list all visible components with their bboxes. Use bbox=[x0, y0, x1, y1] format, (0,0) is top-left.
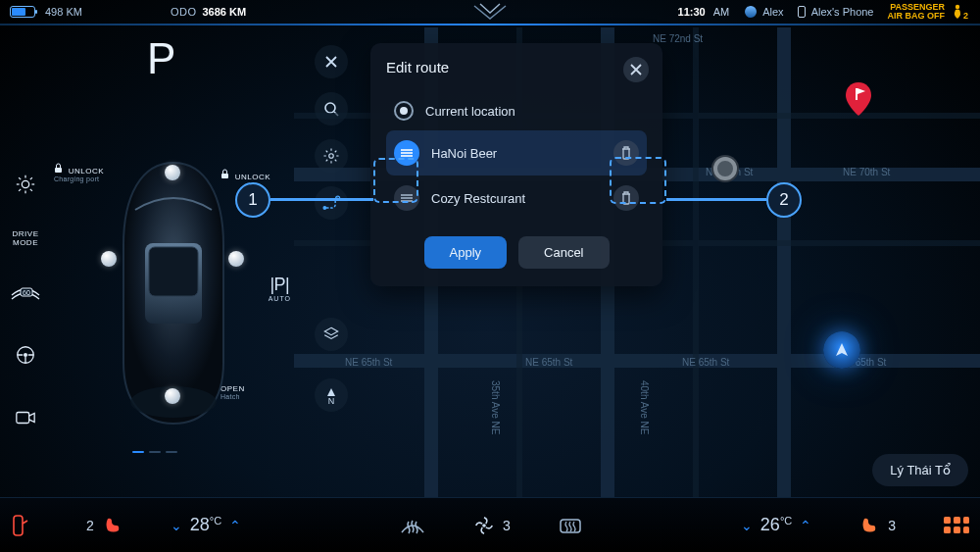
seat-heat-icon bbox=[102, 515, 123, 536]
map-location-chip[interactable]: Lý Thái Tổ bbox=[872, 454, 968, 486]
climate-bar: 2 ⌄ 28°C ⌃ 3 ⌄ 26°C ⌃ 3 bbox=[0, 497, 980, 552]
quick-rail: DRIVEMODE 60 bbox=[0, 167, 51, 435]
odo-value: 3686 KM bbox=[202, 6, 246, 18]
panel-close-button[interactable] bbox=[623, 57, 649, 82]
wiper-button[interactable]: 60 bbox=[8, 275, 43, 310]
svg-rect-16 bbox=[55, 168, 62, 173]
clock-ampm: AM bbox=[713, 6, 730, 18]
route-stop-delete[interactable] bbox=[613, 140, 639, 166]
street-label: NE 65th St bbox=[682, 357, 729, 368]
svg-rect-19 bbox=[149, 247, 198, 296]
svg-rect-15 bbox=[17, 413, 29, 424]
street-label: 40th Ave NE bbox=[639, 380, 650, 434]
car-dot-left[interactable] bbox=[101, 251, 117, 267]
grip-lines-icon bbox=[400, 193, 414, 203]
svg-rect-49 bbox=[954, 527, 960, 533]
user-name[interactable]: Alex bbox=[762, 6, 783, 18]
seat-heat-left-value: 2 bbox=[86, 518, 94, 533]
door-status-button[interactable] bbox=[10, 513, 29, 538]
svg-line-10 bbox=[30, 177, 32, 179]
drag-handle[interactable] bbox=[394, 185, 419, 211]
defrost-front-button[interactable] bbox=[399, 515, 426, 536]
svg-point-2 bbox=[22, 180, 28, 187]
radio-icon bbox=[394, 101, 414, 121]
street-label: NE 65th St bbox=[345, 357, 392, 368]
lock-icon bbox=[54, 163, 63, 174]
route-stop-delete[interactable] bbox=[613, 185, 639, 211]
drag-handle[interactable] bbox=[394, 140, 419, 166]
map-waypoint-icon[interactable] bbox=[713, 157, 737, 180]
panel-title: Edit route bbox=[386, 59, 647, 75]
apply-button[interactable]: Apply bbox=[424, 236, 508, 269]
wiper-icon: 60 bbox=[9, 281, 42, 303]
svg-line-9 bbox=[19, 189, 21, 191]
app-grid-icon bbox=[943, 516, 970, 535]
battery-icon bbox=[10, 6, 35, 18]
vehicle-pager[interactable] bbox=[132, 451, 177, 453]
temp-unit: °C bbox=[210, 515, 221, 527]
svg-text:60: 60 bbox=[23, 289, 30, 296]
temp-right-control[interactable]: ⌄ 26°C ⌃ bbox=[741, 515, 811, 535]
chevron-down-icon[interactable]: ⌄ bbox=[741, 518, 753, 533]
car-dot-front[interactable] bbox=[165, 165, 180, 180]
user-avatar-icon bbox=[745, 6, 757, 18]
steering-button[interactable] bbox=[8, 337, 43, 373]
fan-control[interactable]: 3 bbox=[473, 515, 511, 536]
street-label: NE 72nd St bbox=[653, 33, 703, 44]
camera-icon bbox=[15, 409, 36, 427]
svg-point-14 bbox=[24, 353, 27, 357]
svg-point-43 bbox=[482, 524, 486, 527]
route-stop-item[interactable]: HaNoi Beer bbox=[386, 130, 647, 176]
fan-level: 3 bbox=[503, 518, 511, 533]
chevron-down-icon[interactable]: ⌄ bbox=[171, 518, 182, 533]
cancel-button[interactable]: Cancel bbox=[518, 236, 609, 269]
brightness-button[interactable] bbox=[8, 167, 43, 202]
route-stop-label: HaNoi Beer bbox=[431, 146, 497, 161]
route-stop-item[interactable]: Cozy Restcurant bbox=[386, 176, 647, 221]
dashcam-button[interactable] bbox=[8, 400, 43, 435]
chevron-up-icon[interactable]: ⌃ bbox=[800, 518, 811, 533]
phone-name[interactable]: Alex's Phone bbox=[811, 6, 874, 18]
car-door-icon bbox=[10, 513, 29, 538]
app-grid-button[interactable] bbox=[943, 516, 970, 535]
defrost-rear-icon bbox=[558, 515, 583, 536]
street-label: NE 65th St bbox=[525, 357, 572, 368]
svg-rect-45 bbox=[944, 517, 951, 524]
svg-rect-42 bbox=[14, 516, 23, 535]
trash-icon bbox=[620, 146, 632, 160]
close-icon bbox=[630, 64, 642, 75]
clock-time: 11:30 bbox=[678, 6, 706, 18]
edit-route-panel: Edit route Current location HaNoi Beer C… bbox=[370, 43, 662, 286]
phone-icon bbox=[798, 6, 806, 18]
vehicle-pane: UNLOCKCharging port UNLOCK OPENHatch |P|… bbox=[54, 137, 289, 471]
seat-heat-icon bbox=[858, 515, 880, 536]
svg-rect-47 bbox=[963, 517, 969, 524]
svg-rect-46 bbox=[954, 517, 960, 524]
temp-left-control[interactable]: ⌄ 28°C ⌃ bbox=[171, 515, 241, 535]
temp-unit: °C bbox=[780, 515, 792, 527]
drive-mode-button[interactable]: DRIVEMODE bbox=[13, 229, 39, 247]
car-dot-rear[interactable] bbox=[165, 388, 180, 404]
auto-park-button[interactable]: |P|AUTO bbox=[269, 275, 291, 302]
charge-port-label[interactable]: UNLOCKCharging port bbox=[54, 163, 104, 182]
defrost-rear-button[interactable] bbox=[558, 515, 583, 536]
defrost-front-icon bbox=[399, 515, 426, 536]
grip-lines-icon bbox=[400, 148, 414, 158]
odo-label: ODO bbox=[171, 6, 197, 18]
chevron-up-icon[interactable]: ⌃ bbox=[229, 518, 241, 533]
route-stop-label: Current location bbox=[425, 104, 515, 119]
gear-indicator: P bbox=[147, 34, 175, 83]
fan-icon bbox=[473, 515, 495, 536]
street-label: NE 70th St bbox=[843, 167, 890, 177]
street-label: 35th Ave NE bbox=[490, 380, 501, 434]
seat-heat-right-value: 3 bbox=[888, 518, 896, 533]
temp-right-value: 26 bbox=[760, 515, 780, 534]
status-divider bbox=[0, 24, 980, 25]
car-dot-right[interactable] bbox=[228, 251, 244, 267]
map-current-heading-icon bbox=[823, 331, 860, 369]
route-stop-current[interactable]: Current location bbox=[386, 91, 647, 130]
seat-heat-left[interactable]: 2 bbox=[86, 515, 123, 536]
map-destination-pin-icon[interactable] bbox=[845, 81, 872, 117]
svg-line-8 bbox=[30, 189, 32, 191]
seat-heat-right[interactable]: 3 bbox=[858, 515, 896, 536]
